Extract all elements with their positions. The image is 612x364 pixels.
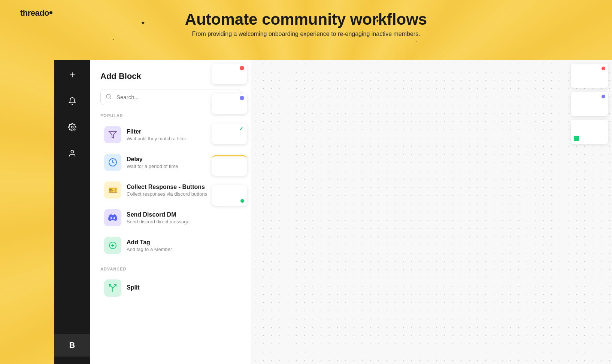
right-card-2 [571,92,608,116]
right-card-1 [571,64,608,88]
workflow-canvas[interactable] [251,60,612,364]
block-item-add-tag[interactable]: Add Tag Add tag to a Member [100,232,240,259]
svg-line-5 [110,98,111,99]
page-header: Automate community workflows From provid… [0,0,612,37]
send-discord-dm-block-text: Send Discord DM Send discord direct mess… [127,211,237,224]
right-cards [567,60,612,148]
block-item-split[interactable]: Split [100,275,240,301]
discord-dm-icon [104,209,121,226]
float-card-greensmall [212,185,247,206]
split-icon [104,279,121,297]
main-content: B Add Block × POPULAR [54,60,612,364]
split-block-text: Split [127,284,237,292]
block-item-send-discord-dm[interactable]: Send Discord DM Send discord direct mess… [100,205,240,231]
float-card-blue [212,94,247,114]
sidebar: B [54,60,90,364]
filter-icon [104,126,121,143]
sidebar-item-b[interactable]: B [54,334,90,357]
sidebar-item-notifications[interactable] [65,94,80,108]
section-label-advanced: ADVANCED [100,267,240,271]
add-tag-icon [104,237,121,254]
svg-point-2 [71,126,73,128]
float-card-yellow [212,155,247,176]
sidebar-item-settings[interactable] [65,120,80,135]
send-discord-dm-block-name: Send Discord DM [127,211,237,218]
add-tag-block-name: Add Tag [127,239,237,246]
sidebar-item-account[interactable] [65,146,80,161]
search-icon [106,94,112,101]
right-card-3 [571,120,608,144]
add-tag-block-text: Add Tag Add tag to a Member [127,239,237,252]
svg-marker-6 [109,131,116,138]
svg-point-3 [71,150,73,153]
person-icon [68,149,76,157]
dialog-title: Add Block [100,71,141,81]
sparkle-icon-4: · [416,39,417,43]
delay-icon [104,154,121,171]
send-discord-dm-block-desc: Send discord direct message [127,219,237,224]
float-card-red [212,64,247,84]
bell-icon [68,97,76,105]
sparkle-icon-3: · [113,37,114,42]
svg-point-4 [106,94,110,98]
gear-icon [68,123,76,131]
sidebar-item-add[interactable] [65,67,80,82]
float-card-green-check [212,123,247,144]
sidebar-b-label: B [69,340,75,350]
advanced-block-list: Split [100,275,240,301]
page-title: Automate community workflows [185,10,427,28]
add-tag-block-desc: Add tag to a Member [127,247,237,252]
plus-icon [68,71,76,79]
split-block-name: Split [127,284,237,291]
page-subtitle: From providing a welcoming onboarding ex… [192,31,420,37]
collect-response-icon: 🎫 [104,181,121,199]
